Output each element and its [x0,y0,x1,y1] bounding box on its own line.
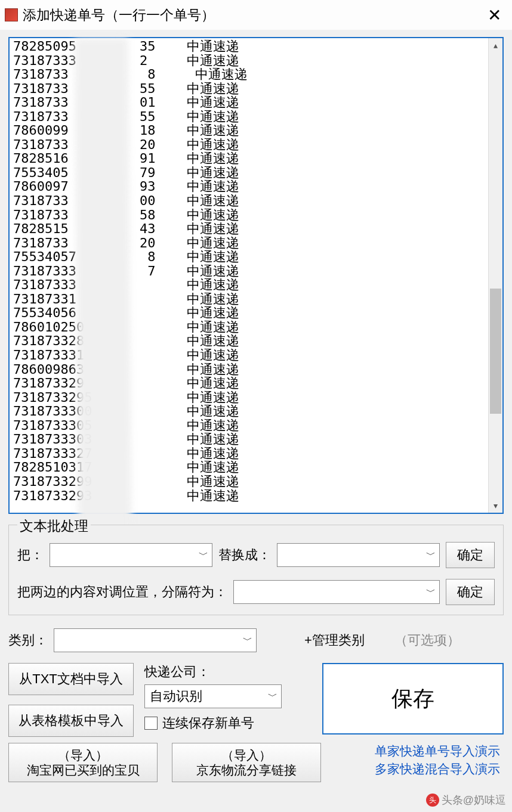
batch-group-label: 文本批处理 [17,517,91,535]
optional-label: （可选项） [394,631,460,649]
import-taobao-line2: 淘宝网已买到的宝贝 [27,763,140,777]
chevron-down-icon: ﹀ [426,549,436,562]
tracking-textarea-wrap: 78285095 35 中通速递 73187333 2 中通速递 7318733… [8,37,504,514]
chevron-down-icon: ﹀ [426,586,436,599]
swap-label: 把两边的内容对调位置，分隔符为： [17,583,227,601]
replace-from-label: 把： [17,546,44,564]
watermark-text: 头条@奶味逗 [442,793,506,807]
import-jd-line2: 京东物流分享链接 [196,763,297,777]
import-template-button[interactable]: 从表格模板中导入 [8,705,134,737]
scroll-down-icon[interactable]: ▾ [489,498,502,513]
close-icon: ✕ [488,5,501,25]
courier-combo[interactable]: 自动识别 ﹀ [144,684,282,708]
import-taobao-line1: （导入） [58,748,108,763]
batch-groupbox: 文本批处理 把： ﹀ 替换成： ﹀ 确定 把两边的内容对调位置，分隔符为： ﹀ … [8,525,504,615]
replace-to-combo[interactable]: ﹀ [277,543,440,567]
courier-selected: 自动识别 [150,687,202,705]
window-title: 添加快递单号（一行一个单号） [23,6,481,24]
demo-single-link[interactable]: 单家快递单号导入演示 [375,743,500,760]
scrollbar[interactable]: ▴ ▾ [488,38,502,513]
courier-label: 快递公司： [144,663,311,681]
save-button[interactable]: 保存 [322,663,504,734]
swap-delimiter-combo[interactable]: ﹀ [233,580,440,604]
tracking-textarea[interactable]: 78285095 35 中通速递 73187333 2 中通速递 7318733… [10,38,488,513]
replace-from-combo[interactable]: ﹀ [50,543,212,567]
close-button[interactable]: ✕ [481,2,507,28]
category-combo[interactable]: ﹀ [54,628,257,652]
replace-ok-button[interactable]: 确定 [446,542,495,568]
import-jd-line1: （导入） [221,748,272,763]
import-taobao-button[interactable]: （导入） 淘宝网已买到的宝贝 [8,743,158,782]
watermark: 头 头条@奶味逗 [426,793,506,807]
manage-category-link[interactable]: +管理类别 [304,631,365,649]
swap-ok-button[interactable]: 确定 [446,579,495,605]
continuous-save-checkbox[interactable] [144,717,158,730]
demo-mixed-link[interactable]: 多家快递混合导入演示 [375,761,500,777]
scroll-up-icon[interactable]: ▴ [489,38,502,52]
continuous-save-label: 连续保存新单号 [162,714,254,732]
chevron-down-icon: ﹀ [199,549,208,562]
chevron-down-icon: ﹀ [268,690,277,703]
replace-to-label: 替换成： [218,546,271,564]
app-icon [5,8,18,21]
import-txt-button[interactable]: 从TXT文档中导入 [8,663,134,695]
chevron-down-icon: ﹀ [243,634,252,647]
scroll-thumb[interactable] [490,289,501,414]
category-label: 类别： [8,631,48,649]
watermark-icon: 头 [426,794,439,807]
import-jd-button[interactable]: （导入） 京东物流分享链接 [172,743,321,782]
